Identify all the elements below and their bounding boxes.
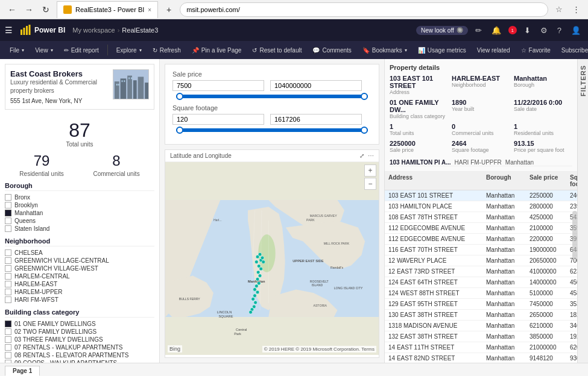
map-dot[interactable] [256, 277, 259, 281]
sale-price-max[interactable] [270, 80, 362, 91]
reload-button[interactable]: ↻ [39, 2, 53, 17]
browser-tab[interactable]: RealEstate3 - Power BI × [57, 1, 158, 18]
neighborhood-item[interactable]: HARLEM-EAST [5, 280, 154, 288]
table-row[interactable]: 130 EAST 38TH STREET Manhattan 2650000 1… [385, 310, 577, 321]
help-icon[interactable]: ? [555, 26, 564, 35]
building-category-item[interactable]: 08 RENTALS - ELEVATOR APARTMENTS [5, 351, 154, 359]
view-button[interactable]: View ▾ [30, 46, 58, 55]
borough-item[interactable]: Manhattan [5, 209, 154, 217]
table-row[interactable]: 1318 MADISON AVENUE Manhattan 6210000 34… [385, 321, 577, 331]
more-icon[interactable]: ⋯ [368, 152, 374, 159]
pbi-logo-text: Power BI [34, 26, 65, 34]
settings-icon[interactable]: ⋮ [569, 2, 583, 17]
tab-close[interactable]: × [148, 7, 151, 13]
map-dot[interactable] [261, 256, 264, 260]
expand-icon[interactable]: ⤢ [359, 152, 364, 159]
zoom-in-button[interactable]: + [364, 164, 376, 177]
comments-button[interactable]: 💬 Comments [308, 46, 356, 55]
table-row[interactable]: 103 HAMILTON PLACE Manhattan 2800000 239… [385, 201, 577, 212]
building-category-item[interactable]: 02 TWO FAMILY DWELLINGS [5, 328, 154, 336]
bottom-tabs: Page 1 [0, 363, 588, 376]
borough-item[interactable]: Queens [5, 217, 154, 225]
pin-page-button[interactable]: 📌 Pin a live Page [187, 46, 247, 55]
notification-icon[interactable]: 🔔 [489, 26, 504, 35]
reset-button[interactable]: ↺ Reset to default [247, 46, 306, 55]
table-row[interactable]: 108 EAST 78TH STREET Manhattan 4250000 5… [385, 212, 577, 223]
building-category-item[interactable]: 03 THREE FAMILY DWELLINGS [5, 336, 154, 343]
map-dot[interactable] [258, 252, 262, 256]
map-dot[interactable] [254, 284, 258, 288]
pbi-hamburger[interactable]: ☰ [5, 25, 13, 35]
neighborhood-item[interactable]: GREENWICH VILLAGE-WEST [5, 265, 154, 272]
star-icon[interactable]: ☆ [552, 2, 566, 17]
map-dot[interactable] [259, 267, 263, 271]
neighborhood-item[interactable]: CHELSEA [5, 249, 154, 257]
map-dot[interactable] [257, 281, 261, 285]
refresh-button[interactable]: ↻ Refresh [148, 46, 186, 55]
table-row[interactable]: 129 EAST 95TH STREET Manhattan 7450000 3… [385, 299, 577, 310]
map-dot[interactable] [256, 271, 260, 274]
map-dot[interactable] [253, 294, 257, 298]
table-row[interactable]: 103 EAST 101 STREET Manhattan 2250000 24… [385, 190, 577, 201]
table-row[interactable]: 116 EAST 70TH STREET Manhattan 19000000 … [385, 245, 577, 255]
map-dot[interactable] [254, 260, 258, 264]
table-row[interactable]: 124 EAST 64TH STREET Manhattan 14000000 … [385, 277, 577, 288]
edit-report-button[interactable]: ✏ Edit report [59, 46, 104, 55]
map-dot[interactable] [251, 298, 255, 301]
sale-price-track[interactable] [176, 95, 368, 98]
table-row[interactable]: 112 EDGECOMBE AVENUE Manhattan 2200000 3… [385, 234, 577, 245]
sqft-track[interactable] [176, 128, 368, 132]
second-prop-row: 103 HAMILTON PI A... HARI FM-UPPFR Manha… [390, 159, 572, 166]
table-row[interactable]: 14 EAST 82ND STREET Manhattan 9148120 93… [385, 353, 577, 363]
new-tab-button[interactable]: + [162, 2, 176, 17]
back-button[interactable]: ← [5, 2, 19, 17]
favorite-button[interactable]: ☆ Favorite [516, 46, 555, 55]
page-1-tab[interactable]: Page 1 [5, 366, 40, 376]
subscribe-button[interactable]: Subscribe [557, 46, 588, 55]
table-row[interactable]: 12 EAST 73RD STREET Manhattan 41000000 6… [385, 266, 577, 277]
table-row[interactable]: 112 EDGECOMBE AVENUE Manhattan 2100000 3… [385, 223, 577, 234]
sale-price-thumb-left[interactable] [176, 93, 183, 100]
borough-item[interactable]: Bronx [5, 193, 154, 201]
map-dot[interactable] [258, 274, 262, 278]
borough-item[interactable]: Staten Island [5, 225, 154, 233]
sqft-thumb-left[interactable] [176, 127, 183, 134]
neighborhood-item[interactable]: HARI FM-WFST [5, 296, 154, 304]
sqft-min[interactable] [172, 114, 264, 125]
building-category-item[interactable]: 01 ONE FAMILY DWELLINGS [5, 320, 154, 328]
edit-icon[interactable]: ✏ [473, 26, 484, 35]
sale-price-min[interactable] [172, 80, 264, 91]
zoom-out-button[interactable]: − [364, 178, 376, 190]
building-category-item[interactable]: 07 RENTALS - WALKUP APARTMENTS [5, 343, 154, 351]
map-dot[interactable] [262, 260, 265, 264]
download-icon[interactable]: ⬇ [522, 26, 533, 35]
neighborhood-item[interactable]: HARLEM-UPPER [5, 288, 154, 296]
sale-price-thumb-right[interactable] [361, 93, 368, 100]
new-look-toggle[interactable]: New look off 🔘 [416, 26, 468, 35]
file-button[interactable]: File ▾ [5, 46, 29, 55]
sqft-thumb-right[interactable] [361, 127, 368, 134]
bookmarks-button[interactable]: 🔖 Bookmarks ▾ [358, 46, 412, 55]
neighborhood-item[interactable]: HARLEM-CENTRAL [5, 272, 154, 280]
neighborhood-item[interactable]: GREENWICH VILLAGE-CENTRAL [5, 257, 154, 265]
view-related-button[interactable]: View related [472, 46, 515, 55]
table-row[interactable]: 124 WEST 88TH STREET Manhattan 5100000 4… [385, 288, 577, 299]
sqft-max[interactable] [270, 114, 362, 125]
table-row[interactable]: 14 EAST 11TH STREET Manhattan 21000000 6… [385, 342, 577, 353]
map-dot[interactable] [253, 288, 257, 292]
usage-metrics-button[interactable]: 📊 Usage metrics [413, 46, 471, 55]
user-icon[interactable]: 👤 [569, 26, 583, 35]
table-row[interactable]: 12 WAVERLY PLACE Manhattan 20650000 7000 [385, 255, 577, 266]
map-dot[interactable] [254, 301, 258, 304]
borough-item[interactable]: Brooklyn [5, 201, 154, 209]
map-body[interactable]: MARCUS GARVEY PARK MILL ROCK PARK UPPER … [165, 162, 379, 355]
forward-button[interactable]: → [22, 2, 36, 17]
building-category-item[interactable]: 09 COOPS - WALKUP APARTMENTS [5, 359, 154, 363]
address-bar[interactable] [180, 2, 548, 17]
settings-icon[interactable]: ⚙ [538, 26, 550, 35]
table-row[interactable]: 132 EAST 38TH STREET Manhattan 3850000 1… [385, 331, 577, 342]
map-dot[interactable] [249, 310, 253, 314]
property-list[interactable]: Address Borough Sale price Square footag… [385, 172, 577, 363]
map-dot[interactable] [256, 290, 259, 294]
explore-button[interactable]: Explore ▾ [112, 46, 147, 55]
